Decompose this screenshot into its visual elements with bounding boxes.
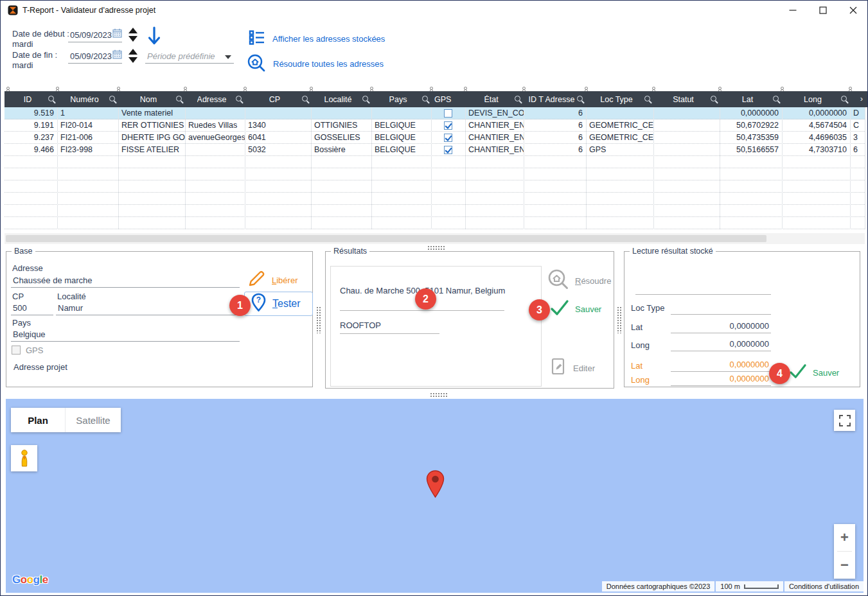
- horizontal-scrollbar[interactable]: [4, 233, 865, 244]
- spin-down-icon[interactable]: [128, 57, 137, 63]
- localite-field[interactable]: Namur: [56, 301, 240, 315]
- column-grip-icon: [117, 87, 120, 90]
- gps-checkbox[interactable]: [444, 109, 452, 118]
- editer-button[interactable]: Editer: [549, 357, 595, 379]
- col-header-cp[interactable]: CP: [245, 91, 311, 107]
- filter-icon[interactable]: [48, 96, 54, 101]
- cell-id: 9.191: [4, 119, 57, 131]
- liberer-button[interactable]: Libérer: [247, 270, 297, 290]
- splitter-handle[interactable]: [427, 245, 445, 250]
- filter-icon[interactable]: [644, 96, 650, 101]
- date-start-input[interactable]: 05/09/2023: [68, 28, 122, 42]
- cell-gps[interactable]: [431, 144, 465, 155]
- col-header-etat[interactable]: État: [465, 91, 524, 107]
- date-start-stepper[interactable]: [127, 28, 138, 42]
- splitter-handle[interactable]: [316, 306, 321, 333]
- filter-icon[interactable]: [176, 96, 182, 101]
- filter-icon[interactable]: [236, 96, 242, 101]
- map-scale-control[interactable]: 100 m: [716, 581, 783, 592]
- table-row[interactable]: 9.237 FI21-006 DHERTE IPG GOS avenueGeor…: [4, 132, 865, 144]
- map-terms-link[interactable]: Conditions d'utilisation: [784, 581, 864, 592]
- cell-numero: FI20-014: [57, 119, 118, 131]
- map-plan-button[interactable]: Plan: [11, 408, 65, 432]
- cell-nom: Vente materiel: [118, 107, 185, 119]
- sauver-button[interactable]: Sauver: [550, 299, 601, 319]
- cell-gps[interactable]: [431, 132, 465, 143]
- cell-nom: DHERTE IPG GOS: [118, 132, 185, 143]
- filter-icon[interactable]: [577, 96, 583, 101]
- date-end-stepper[interactable]: [127, 49, 138, 63]
- resolve-all-addresses-link[interactable]: Résoudre toutes les adresses: [247, 53, 384, 74]
- adresse-field[interactable]: Chaussée de marche: [11, 273, 240, 288]
- gps-checkbox[interactable]: [444, 121, 452, 130]
- filter-icon[interactable]: [711, 96, 716, 101]
- cell-pays: BELGIQUE: [371, 132, 431, 143]
- zoom-out-button[interactable]: −: [834, 552, 855, 579]
- minimize-button[interactable]: [779, 1, 806, 20]
- col-header-adresse[interactable]: Adresse: [185, 91, 245, 107]
- filter-icon[interactable]: [515, 96, 520, 101]
- tester-button[interactable]: ? Tester: [244, 292, 313, 316]
- manual-lat-field[interactable]: 0,0000000: [671, 358, 771, 372]
- table-row-empty: [4, 156, 865, 168]
- google-logo[interactable]: Google: [12, 574, 48, 586]
- scrollbar-thumb[interactable]: [6, 235, 766, 242]
- col-header-numero[interactable]: Numéro: [57, 91, 118, 107]
- spin-down-icon[interactable]: [128, 36, 137, 42]
- manual-long-field[interactable]: 0,0000000: [671, 372, 771, 386]
- chevron-down-icon[interactable]: [225, 55, 231, 59]
- col-header-loc-type[interactable]: Loc Type: [586, 91, 653, 107]
- filter-icon[interactable]: [773, 96, 779, 101]
- map-marker-icon[interactable]: [426, 470, 445, 501]
- chevron-right-icon[interactable]: ›: [860, 94, 863, 103]
- map-canvas[interactable]: Plan Satellite + − Google Données cartog…: [6, 399, 864, 593]
- base-panel: Base Adresse Chaussée de marche CP 500 L…: [6, 251, 313, 387]
- col-header-pays[interactable]: Pays: [371, 91, 431, 107]
- cell-gps[interactable]: [431, 107, 465, 119]
- filter-icon[interactable]: [841, 96, 847, 101]
- col-header-localite[interactable]: Localité: [311, 91, 371, 107]
- splitter-handle[interactable]: [430, 392, 448, 397]
- pays-field[interactable]: Belgique: [11, 327, 240, 342]
- calendar-icon[interactable]: [112, 49, 122, 61]
- cell-gps[interactable]: [431, 119, 465, 131]
- cp-field[interactable]: 500: [11, 301, 53, 315]
- filter-icon[interactable]: [422, 96, 428, 101]
- filter-icon[interactable]: [109, 96, 115, 101]
- fullscreen-button[interactable]: [834, 410, 855, 431]
- resoudre-button[interactable]: Résoudre: [547, 268, 611, 293]
- table-row[interactable]: 9.191 FI20-014 RER OTTIGNIES Ruedes Vill…: [4, 119, 865, 132]
- period-select[interactable]: Période prédéfinie: [145, 49, 234, 64]
- map-satellite-button[interactable]: Satellite: [65, 408, 121, 432]
- calendar-icon[interactable]: [112, 28, 122, 40]
- filter-icon[interactable]: [302, 96, 308, 101]
- col-header-long[interactable]: Long: [782, 91, 850, 107]
- table-row[interactable]: 9.466 FI23-998 FISSE ATELIER 5032 Bossiè…: [4, 144, 865, 156]
- zoom-in-button[interactable]: +: [834, 524, 855, 551]
- apply-period-arrow-icon[interactable]: [147, 26, 161, 50]
- col-header-nom[interactable]: Nom: [118, 91, 185, 107]
- close-button[interactable]: [840, 1, 867, 20]
- gps-checkbox[interactable]: [444, 134, 452, 142]
- col-header-overflow[interactable]: ›: [850, 91, 865, 107]
- table-row[interactable]: 9.519 1 Vente materiel DEVIS_EN_COUR 6 0…: [4, 107, 865, 119]
- gps-checkbox[interactable]: [444, 146, 452, 154]
- col-header-id[interactable]: ID: [4, 91, 57, 107]
- spin-up-icon[interactable]: [128, 49, 137, 55]
- col-header-gps[interactable]: GPS: [431, 91, 465, 107]
- date-end-input[interactable]: 05/09/2023: [68, 49, 122, 64]
- show-stored-addresses-link[interactable]: Afficher les adresses stockées: [248, 29, 385, 48]
- spin-up-icon[interactable]: [128, 28, 137, 33]
- sauver-stored-button[interactable]: Sauver: [789, 364, 839, 381]
- manual-long-label: Long: [631, 375, 650, 385]
- gps-checkbox[interactable]: [12, 346, 21, 355]
- filter-icon[interactable]: [362, 96, 368, 101]
- maximize-button[interactable]: [810, 1, 837, 20]
- col-header-statut[interactable]: Statut: [653, 91, 720, 107]
- col-header-id-t-adresse[interactable]: ID T Adresse: [524, 91, 586, 107]
- splitter-handle[interactable]: [617, 306, 621, 333]
- resolve-house-magnifier-icon: [547, 268, 569, 293]
- pegman-button[interactable]: [11, 445, 37, 471]
- col-header-lat[interactable]: Lat: [720, 91, 782, 107]
- stored-loc-type-label: Loc Type: [631, 303, 665, 313]
